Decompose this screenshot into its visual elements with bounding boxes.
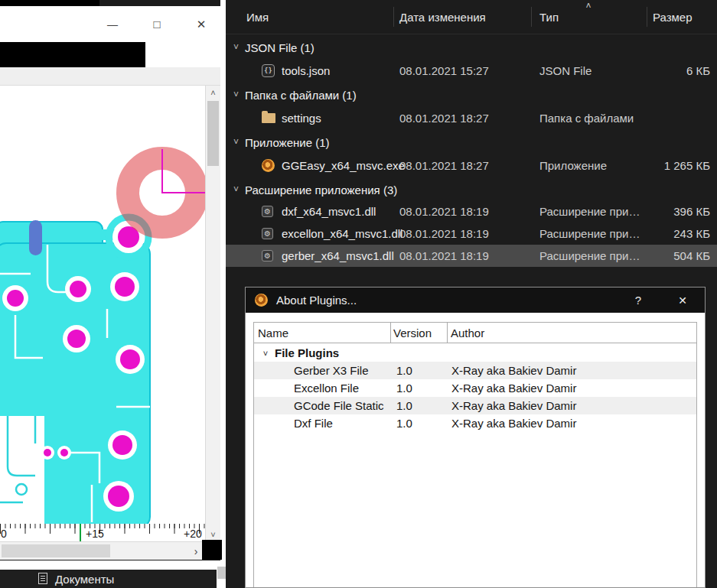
scrollbar-corner xyxy=(202,540,222,560)
documents-panel-title: Документы xyxy=(55,570,114,588)
dll-icon: ⚙ xyxy=(262,223,273,245)
scroll-up-icon[interactable]: ˄ xyxy=(206,86,220,99)
plugin-author: X-Ray aka Bakiev Damir xyxy=(451,397,576,414)
plugin-row[interactable]: Dxf File 1.0 X-Ray aka Bakiev Damir xyxy=(254,414,696,432)
file-type: Расширение при… xyxy=(539,223,640,245)
app-icon xyxy=(255,294,268,307)
file-row-selected[interactable]: ⚙ gerber_x64_msvc1.dll 08.01.2021 18:19 … xyxy=(226,245,717,267)
plugin-author: X-Ray aka Bakiev Damir xyxy=(451,414,576,432)
scroll-right-icon[interactable]: › xyxy=(188,542,204,560)
close-button[interactable]: ✕ xyxy=(186,6,217,42)
ruler-label: +20 xyxy=(184,528,202,540)
ruler: 0 +15 +20 xyxy=(0,524,205,541)
table-header-author[interactable]: Author xyxy=(451,323,484,343)
column-separator[interactable] xyxy=(531,7,532,27)
ruler-label: 0 xyxy=(1,528,7,540)
group-header[interactable]: ˅ Расширение приложения (3) xyxy=(226,179,717,200)
group-label: Папка с файлами (1) xyxy=(245,84,357,106)
group-label: JSON File (1) xyxy=(245,37,315,58)
documents-panel[interactable]: Документы xyxy=(0,570,217,588)
group-header[interactable]: ˅ Папка с файлами (1) xyxy=(226,84,717,106)
group-header[interactable]: ˅ Приложение (1) xyxy=(226,132,717,153)
table-header-version[interactable]: Version xyxy=(393,323,432,343)
plugin-row[interactable]: Excellon File 1.0 X-Ray aka Bakiev Damir xyxy=(254,379,696,397)
background-strip xyxy=(145,42,220,67)
chevron-down-icon[interactable]: ˅ xyxy=(230,179,242,200)
file-type: JSON File xyxy=(539,58,592,83)
sort-ascending-icon[interactable]: ˄ xyxy=(578,0,599,12)
folder-icon xyxy=(262,106,275,130)
column-header-name[interactable]: Имя xyxy=(226,0,393,34)
table-header-name[interactable]: Name xyxy=(258,323,288,343)
file-type: Расширение при… xyxy=(539,245,640,267)
column-header-date[interactable]: Дата изменения xyxy=(393,0,531,34)
column-separator[interactable] xyxy=(393,7,394,27)
file-row[interactable]: ⚙ excellon_x64_msvc1.dll 08.01.2021 18:1… xyxy=(226,223,717,245)
plugin-group-row[interactable]: ˅ File Plugins xyxy=(254,344,696,362)
group-label: Расширение приложения (3) xyxy=(245,179,397,200)
column-separator[interactable] xyxy=(647,7,647,27)
file-row[interactable]: settings 08.01.2021 18:27 Папка с файлам… xyxy=(226,106,717,130)
file-row[interactable]: {} tools.json 08.01.2021 15:27 JSON File… xyxy=(226,58,717,83)
plugin-author: X-Ray aka Bakiev Damir xyxy=(451,379,576,397)
resize-grip[interactable] xyxy=(217,567,226,579)
file-size: 243 КБ xyxy=(673,223,710,245)
chevron-down-icon[interactable]: ˅ xyxy=(230,132,242,153)
background-strip xyxy=(0,42,145,67)
dll-icon: ⚙ xyxy=(262,245,273,267)
file-type: Расширение при… xyxy=(539,200,640,223)
vertical-scrollbar-thumb[interactable] xyxy=(207,101,219,166)
pcb-canvas[interactable] xyxy=(0,86,205,524)
chevron-down-icon[interactable]: ˅ xyxy=(260,344,271,362)
document-icon xyxy=(38,573,47,584)
column-header-size[interactable]: Размер xyxy=(647,0,717,34)
plugin-row[interactable]: Gerber X3 File 1.0 X-Ray aka Bakiev Dami… xyxy=(254,362,696,379)
plugins-table-header: Name Version Author xyxy=(254,323,696,343)
horizontal-scrollbar[interactable]: › xyxy=(0,541,205,560)
file-name: dxf_x64_msvc1.dll xyxy=(282,200,376,223)
file-name: tools.json xyxy=(282,58,330,83)
file-date: 08.01.2021 18:27 xyxy=(399,153,489,177)
dialog-title: About Plugins... xyxy=(276,288,357,313)
plugin-version: 1.0 xyxy=(396,414,412,432)
horizontal-scrollbar-thumb[interactable] xyxy=(2,544,110,557)
screen: — □ ✕ xyxy=(0,0,717,588)
plugin-version: 1.0 xyxy=(396,397,412,414)
dll-icon: ⚙ xyxy=(262,200,273,223)
plugin-version: 1.0 xyxy=(396,379,412,397)
vertical-scrollbar[interactable]: ˄ ˅ xyxy=(205,86,220,541)
dialog-close-button[interactable]: ✕ xyxy=(665,288,700,313)
chevron-down-icon[interactable]: ˅ xyxy=(230,84,242,106)
ruler-label: +15 xyxy=(86,528,104,540)
minimize-button[interactable]: — xyxy=(97,6,128,42)
plugin-name: GCode File Static xyxy=(294,397,384,414)
file-date: 08.01.2021 15:27 xyxy=(399,58,489,83)
file-name: gerber_x64_msvc1.dll xyxy=(282,245,394,267)
file-date: 08.01.2021 18:19 xyxy=(399,245,489,267)
file-name: excellon_x64_msvc1.dll xyxy=(282,223,402,245)
about-plugins-dialog: About Plugins... ? ✕ Name Version Author… xyxy=(245,287,706,588)
group-header[interactable]: ˅ JSON File (1) xyxy=(226,37,717,58)
plugin-version: 1.0 xyxy=(396,362,412,379)
file-date: 08.01.2021 18:19 xyxy=(399,200,489,223)
file-date: 08.01.2021 18:27 xyxy=(399,106,489,130)
plugin-name: Dxf File xyxy=(294,414,333,432)
dialog-titlebar[interactable]: About Plugins... ? ✕ xyxy=(246,288,705,313)
plugin-group-label: File Plugins xyxy=(275,344,339,362)
group-label: Приложение (1) xyxy=(245,132,329,153)
file-size: 1 265 КБ xyxy=(664,153,710,177)
plugin-row[interactable]: GCode File Static 1.0 X-Ray aka Bakiev D… xyxy=(254,397,696,414)
app-icon xyxy=(262,153,275,177)
pcb-window-titlebar[interactable]: — □ ✕ xyxy=(0,6,220,42)
help-button[interactable]: ? xyxy=(623,288,653,313)
background-strip xyxy=(0,0,99,6)
chevron-down-icon[interactable]: ˅ xyxy=(230,37,242,58)
plugin-name: Gerber X3 File xyxy=(294,362,369,379)
maximize-button[interactable]: □ xyxy=(142,6,172,42)
file-name: GGEasy_x64_msvc.exe xyxy=(282,153,405,177)
column-header-row: Имя Дата изменения Тип Размер ˄ xyxy=(226,0,717,34)
plugin-author: X-Ray aka Bakiev Damir xyxy=(451,362,576,379)
file-row[interactable]: ⚙ dxf_x64_msvc1.dll 08.01.2021 18:19 Рас… xyxy=(226,200,717,223)
plugins-table: Name Version Author ˅ File Plugins Gerbe… xyxy=(253,322,697,587)
file-row[interactable]: GGEasy_x64_msvc.exe 08.01.2021 18:27 При… xyxy=(226,153,717,177)
